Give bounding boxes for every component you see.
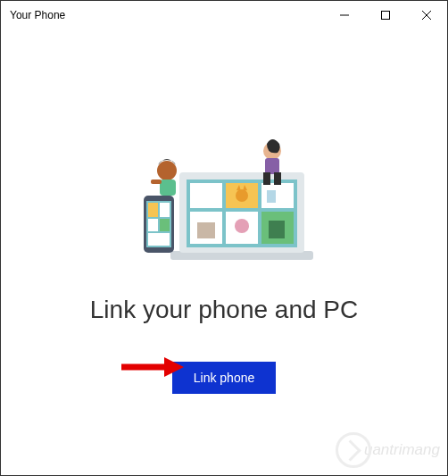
maximize-icon bbox=[381, 11, 390, 20]
svg-rect-29 bbox=[263, 172, 270, 185]
svg-rect-1 bbox=[382, 12, 390, 20]
svg-rect-28 bbox=[265, 158, 279, 174]
link-phone-button-label: Link phone bbox=[194, 371, 255, 385]
svg-rect-7 bbox=[190, 183, 222, 208]
svg-rect-24 bbox=[148, 219, 158, 231]
watermark-logo-icon bbox=[336, 432, 371, 468]
watermark: uantrimang bbox=[336, 432, 440, 468]
svg-point-18 bbox=[235, 219, 249, 233]
page-title: Link your phone and PC bbox=[90, 296, 358, 324]
svg-rect-19 bbox=[269, 221, 285, 238]
phone-pc-illustration bbox=[117, 137, 331, 271]
maximize-button[interactable] bbox=[365, 1, 406, 29]
svg-rect-25 bbox=[160, 219, 170, 231]
svg-rect-9 bbox=[261, 183, 294, 208]
svg-rect-33 bbox=[151, 180, 162, 184]
close-icon bbox=[422, 11, 431, 20]
close-button[interactable] bbox=[406, 1, 447, 29]
link-phone-button[interactable]: Link phone bbox=[172, 362, 276, 394]
minimize-icon bbox=[340, 11, 349, 20]
titlebar: Your Phone bbox=[1, 1, 447, 29]
content-area: Link your phone and PC Link phone bbox=[1, 29, 447, 475]
minimize-button[interactable] bbox=[324, 1, 365, 29]
svg-rect-30 bbox=[274, 172, 281, 185]
svg-point-13 bbox=[236, 189, 248, 202]
svg-point-31 bbox=[157, 161, 177, 180]
svg-rect-17 bbox=[197, 222, 215, 238]
svg-rect-32 bbox=[160, 180, 176, 196]
window-controls bbox=[324, 1, 447, 29]
svg-rect-16 bbox=[267, 190, 276, 203]
svg-rect-26 bbox=[148, 233, 170, 246]
svg-rect-23 bbox=[160, 203, 170, 217]
watermark-text: uantrimang bbox=[364, 441, 440, 459]
svg-rect-22 bbox=[148, 203, 158, 217]
window-title: Your Phone bbox=[10, 9, 65, 21]
